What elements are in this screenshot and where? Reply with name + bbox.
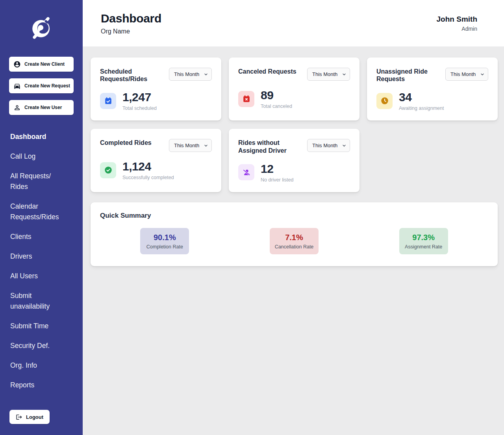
nav-item-drivers[interactable]: Drivers xyxy=(10,251,67,262)
card-completed-rides: Completed Rides This Month xyxy=(91,129,221,192)
nav-item-org-info[interactable]: Org. Info xyxy=(10,360,67,371)
car-icon xyxy=(13,82,21,90)
button-label: Logout xyxy=(26,414,43,420)
user-name: John Smith xyxy=(437,15,477,24)
sidebar-actions: Create New Client Create New Request Cre… xyxy=(0,57,83,115)
create-new-request-button[interactable]: Create New Request xyxy=(9,78,74,93)
card-rides-without-driver: Rides without Assigned Driver This Month xyxy=(229,129,359,192)
card-scheduled-requests: Scheduled Requests/Rides This Month xyxy=(91,57,221,120)
nav-item-call-log[interactable]: Call Log xyxy=(10,151,67,162)
button-label: Create New Client xyxy=(24,61,65,67)
card-canceled-requests: Canceled Requests This Month xyxy=(229,57,359,120)
nav-item-calendar-requests-rides[interactable]: Calendar Requests/Rides xyxy=(10,201,67,222)
nav-item-submit-unavailability[interactable]: Submit unavailability xyxy=(10,291,67,312)
card-unassigned-ride-requests: Unassigned Ride Requests This Month xyxy=(367,57,498,120)
stat-subtitle: No driver listed xyxy=(261,177,293,183)
period-filter-select[interactable]: This Month xyxy=(169,68,212,81)
logout-button[interactable]: Logout xyxy=(9,410,50,424)
stat-label: Cancellation Rate xyxy=(273,244,315,250)
check-circle-icon xyxy=(100,162,116,178)
person-off-icon xyxy=(238,164,254,180)
stat-value: 1,124 xyxy=(122,160,174,173)
stat-value: 90.1% xyxy=(143,233,186,242)
period-filter-select[interactable]: This Month xyxy=(307,139,350,152)
nav-item-clients[interactable]: Clients xyxy=(10,231,67,242)
period-filter-select[interactable]: This Month xyxy=(307,68,350,81)
cancellation-rate-stat: 7.1% Cancellation Rate xyxy=(270,228,319,254)
stat-label: Completion Rate xyxy=(143,244,186,250)
stat-value: 1,247 xyxy=(122,91,157,104)
header: Dashboard Org Name John Smith Admin xyxy=(83,0,504,46)
nav-item-security-def[interactable]: Security Def. xyxy=(10,341,67,351)
completion-rate-stat: 90.1% Completion Rate xyxy=(140,228,189,254)
nav-item-all-users[interactable]: All Users xyxy=(10,271,67,281)
org-logo xyxy=(0,0,83,41)
button-label: Create New Request xyxy=(24,83,70,89)
quick-summary-title: Quick Summary xyxy=(100,212,488,220)
card-title: Rides without Assigned Driver xyxy=(238,139,307,154)
nav-item-submit-time[interactable]: Submit Time xyxy=(10,321,67,331)
org-name: Org Name xyxy=(101,28,161,35)
user-block: John Smith Admin xyxy=(437,15,477,32)
person-circle-icon xyxy=(13,61,21,68)
person-icon xyxy=(13,104,21,111)
period-filter-select[interactable]: This Month xyxy=(169,139,212,152)
create-new-client-button[interactable]: Create New Client xyxy=(9,57,74,72)
nav-item-reports[interactable]: Reports xyxy=(10,380,67,391)
page-title: Dashboard xyxy=(101,12,161,25)
stat-value: 89 xyxy=(261,89,292,102)
card-title: Completed Rides xyxy=(100,139,152,146)
stat-subtitle: Total scheduled xyxy=(122,106,157,111)
nav-item-dashboard[interactable]: Dashboard xyxy=(10,131,67,142)
stat-subtitle: Successfully completed xyxy=(122,175,174,180)
sidebar-nav: Dashboard Call Log All Requests/ Rides C… xyxy=(0,131,83,391)
button-label: Create New User xyxy=(24,105,62,110)
stat-value: 34 xyxy=(399,91,444,104)
empty-grid-slot xyxy=(367,129,498,192)
user-role: Admin xyxy=(437,26,477,32)
sidebar: Create New Client Create New Request Cre… xyxy=(0,0,83,435)
stat-value: 7.1% xyxy=(273,233,315,242)
stat-value: 12 xyxy=(261,162,293,176)
calendar-x-icon xyxy=(238,91,254,107)
card-title: Unassigned Ride Requests xyxy=(376,68,445,83)
nav-item-all-requests-rides[interactable]: All Requests/ Rides xyxy=(10,171,67,192)
stat-value: 97.3% xyxy=(402,233,445,242)
card-title: Scheduled Requests/Rides xyxy=(100,68,169,83)
clock-icon xyxy=(376,93,393,109)
stat-subtitle: Total canceled xyxy=(261,104,292,109)
period-filter-select[interactable]: This Month xyxy=(445,68,488,81)
assignment-rate-stat: 97.3% Assignment Rate xyxy=(399,228,448,254)
card-title: Canceled Requests xyxy=(238,68,296,75)
main-content: Scheduled Requests/Rides This Month xyxy=(83,46,504,435)
quick-summary-card: Quick Summary 90.1% Completion Rate 7.1%… xyxy=(91,202,498,266)
stat-label: Assignment Rate xyxy=(402,244,445,250)
calendar-check-icon xyxy=(100,93,116,109)
logout-icon xyxy=(16,414,22,420)
stat-subtitle: Awaiting assignment xyxy=(399,106,444,111)
create-new-user-button[interactable]: Create New User xyxy=(9,100,74,115)
